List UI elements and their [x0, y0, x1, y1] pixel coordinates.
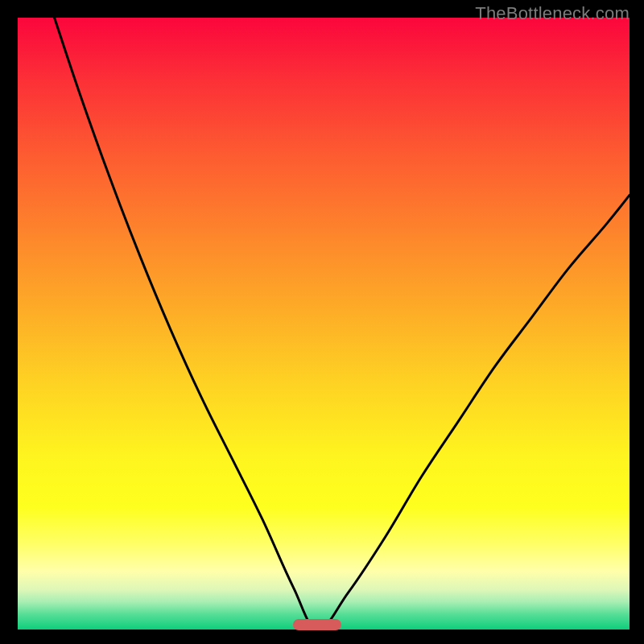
bottleneck-curve	[18, 18, 630, 630]
chart-stage: TheBottleneck.com	[0, 0, 644, 644]
plot-area	[18, 18, 630, 630]
optimal-marker	[293, 619, 341, 630]
watermark-text: TheBottleneck.com	[475, 3, 630, 24]
